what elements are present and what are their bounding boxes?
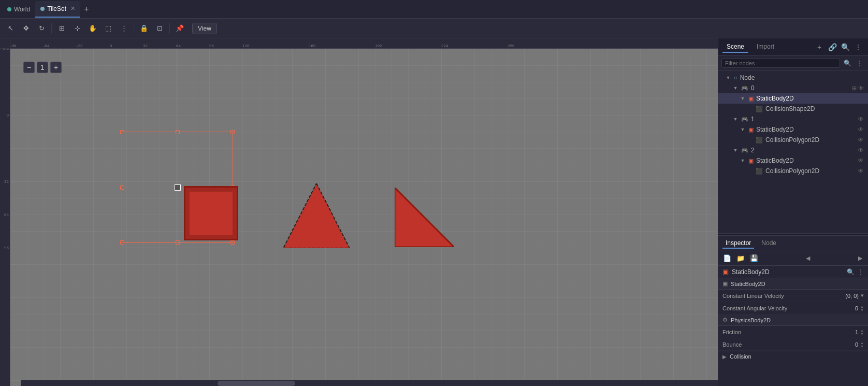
prop-cav-up[interactable]: ▲ xyxy=(860,305,864,308)
node-tab[interactable]: Node xyxy=(758,238,779,249)
tool-move-button[interactable]: ✥ xyxy=(19,21,33,36)
tool-select2-button[interactable]: ⬚ xyxy=(101,21,115,36)
tree-item-staticbody2d-1[interactable]: ▼ ▣ StaticBody2D 👁 xyxy=(718,124,868,135)
tree-item-1[interactable]: ▼ 🎮 1 👁 xyxy=(718,114,868,124)
handle-br[interactable] xyxy=(230,240,235,245)
node2-icon: 🎮 xyxy=(741,147,748,154)
prop-bounce-up[interactable]: ▲ xyxy=(860,341,864,345)
node0-layout-btn[interactable]: ⊞ xyxy=(852,85,857,92)
ruler-tick: -32 xyxy=(77,44,83,48)
filter-input[interactable] xyxy=(721,59,840,68)
filter-options-btn[interactable]: ⋮ xyxy=(855,58,865,68)
canvas-viewport[interactable]: − 1 + xyxy=(10,49,718,386)
inspector-search-btn[interactable]: 🔍 xyxy=(847,268,855,276)
tab-import[interactable]: Import xyxy=(753,41,778,53)
insp-folder-btn[interactable]: 📁 xyxy=(735,253,746,264)
ruler-tick: 256 xyxy=(508,44,514,48)
prop-bounce: Bounce 0 ▲ ▼ xyxy=(718,338,868,351)
tool-select-button[interactable]: ↖ xyxy=(3,21,18,36)
prop-clv-label: Constant Linear Velocity xyxy=(722,293,817,299)
move-cursor-icon xyxy=(175,184,181,191)
tileset-tab-label: TileSet xyxy=(47,5,66,12)
insp-new-file-btn[interactable]: 📄 xyxy=(721,253,733,264)
scene-menu-button[interactable]: ⋮ xyxy=(852,41,864,53)
tool-hand-button[interactable]: ✋ xyxy=(85,21,100,36)
prop-cav-down[interactable]: ▼ xyxy=(860,308,864,312)
expand-0-btn[interactable]: ▼ xyxy=(731,84,740,92)
tab-tileset[interactable]: TileSet ✕ xyxy=(35,1,80,18)
staticbody1-eye[interactable]: 👁 xyxy=(858,126,864,133)
tab-scene[interactable]: Scene xyxy=(722,41,748,53)
staticbody2-eye[interactable]: 👁 xyxy=(858,157,864,164)
tool-group-button[interactable]: ⊞ xyxy=(54,21,69,36)
inspector-tab[interactable]: Inspector xyxy=(722,238,754,249)
ruler-tick: 96 xyxy=(209,44,214,48)
inspector-more-btn[interactable]: ⋮ xyxy=(858,268,864,276)
tab-world[interactable]: World xyxy=(2,1,35,18)
tree-item-2[interactable]: ▼ 🎮 2 👁 xyxy=(718,145,868,155)
tool-grid-button[interactable]: ⊡ xyxy=(152,21,167,36)
expand-staticbody1-btn[interactable]: ▼ xyxy=(739,125,747,134)
collisionpoly1-eye[interactable]: 👁 xyxy=(858,136,864,144)
node2-eye[interactable]: 👁 xyxy=(858,147,864,154)
zoom-reset-button[interactable]: 1 xyxy=(37,62,48,73)
expand-staticbody-btn[interactable]: ▼ xyxy=(739,94,747,103)
collision-section[interactable]: ▶ Collision xyxy=(718,351,868,362)
canvas-area[interactable]: -96 -64 -32 0 32 64 96 128 160 192 224 2… xyxy=(0,38,718,386)
add-tab-button[interactable]: + xyxy=(80,3,93,16)
tool-anchor-button[interactable]: ⊹ xyxy=(70,21,84,36)
filter-search-icon[interactable]: 🔍 xyxy=(840,41,851,53)
tree-item-staticbody2d-2[interactable]: ▼ ▣ StaticBody2D 👁 xyxy=(718,155,868,166)
tool-pin-button[interactable]: 📌 xyxy=(172,21,187,36)
handle-tr[interactable] xyxy=(230,130,235,134)
svg-marker-0 xyxy=(283,183,350,248)
tree-item-staticbody2d-0[interactable]: ▼ ▣ StaticBody2D xyxy=(718,93,868,104)
prop-friction-up[interactable]: ▲ xyxy=(860,328,864,332)
insp-forward-btn[interactable]: ▶ xyxy=(856,254,865,263)
filter-search-btn[interactable]: 🔍 xyxy=(842,58,852,68)
tree-item-collisionpolygon2d-1[interactable]: ▶ ⬛ CollisionPolygon2D 👁 xyxy=(718,135,868,145)
prop-clv-dropdown[interactable]: ▾ xyxy=(861,292,864,299)
zoom-out-button[interactable]: − xyxy=(23,62,35,73)
collisionpoly-icon-2: ⬛ xyxy=(756,168,763,175)
tree-item-collisionshape2d-0[interactable]: ▶ ⬛ CollisionShape2D xyxy=(718,104,868,114)
prop-bounce-down[interactable]: ▼ xyxy=(860,345,864,348)
node1-eye[interactable]: 👁 xyxy=(858,116,864,123)
handle-ml[interactable] xyxy=(120,185,124,190)
prop-cav-value[interactable]: 0 xyxy=(817,305,858,311)
zoom-in-button[interactable]: + xyxy=(50,62,62,73)
expand-1-btn[interactable]: ▼ xyxy=(731,115,740,123)
handle-tm[interactable] xyxy=(176,130,180,134)
expand-staticbody2-btn[interactable]: ▼ xyxy=(739,156,747,165)
insp-back-btn[interactable]: ◀ xyxy=(803,254,813,263)
handle-bl[interactable] xyxy=(120,240,124,245)
scrollbar-thumb[interactable] xyxy=(218,381,295,386)
ruler-tick: 64 xyxy=(176,44,181,48)
node0-eye-btn[interactable]: 👁 xyxy=(858,85,864,92)
ruler-tick-v: 64 xyxy=(4,212,9,217)
prop-friction-value[interactable]: 1 xyxy=(817,329,858,335)
handle-tl[interactable] xyxy=(120,130,124,134)
horizontal-scrollbar[interactable] xyxy=(21,380,718,386)
expand-node-btn[interactable]: ▼ xyxy=(724,74,732,82)
tool-lock-button[interactable]: 🔒 xyxy=(137,21,151,36)
tree-item-node[interactable]: ▼ ○ Node xyxy=(718,73,868,83)
toolbar-sep-3 xyxy=(169,23,170,34)
tree-item-0[interactable]: ▼ 🎮 0 ⊞ 👁 xyxy=(718,83,868,93)
tree-item-collisionpolygon2d-2[interactable]: ▶ ⬛ CollisionPolygon2D 👁 xyxy=(718,166,868,176)
close-tab-icon[interactable]: ✕ xyxy=(70,5,75,12)
prop-bounce-value[interactable]: 0 xyxy=(817,341,858,348)
collisionpoly2-eye[interactable]: 👁 xyxy=(858,167,864,175)
prop-friction-down[interactable]: ▼ xyxy=(860,332,864,336)
tool-more-button[interactable]: ⋮ xyxy=(117,21,131,36)
add-node-button[interactable]: + xyxy=(814,41,825,53)
ruler-vertical: -64 0 32 64 96 xyxy=(0,49,10,386)
tool-rotate-button[interactable]: ↻ xyxy=(34,21,49,36)
prop-clv-value[interactable]: (0, 0) xyxy=(817,293,859,299)
handle-bm[interactable] xyxy=(176,240,180,245)
link-node-button[interactable]: 🔗 xyxy=(827,41,838,53)
view-button[interactable]: View xyxy=(192,23,217,34)
insp-save-btn[interactable]: 💾 xyxy=(748,253,760,264)
collisionpoly-icon-1: ⬛ xyxy=(756,137,763,144)
expand-2-btn[interactable]: ▼ xyxy=(731,146,740,154)
